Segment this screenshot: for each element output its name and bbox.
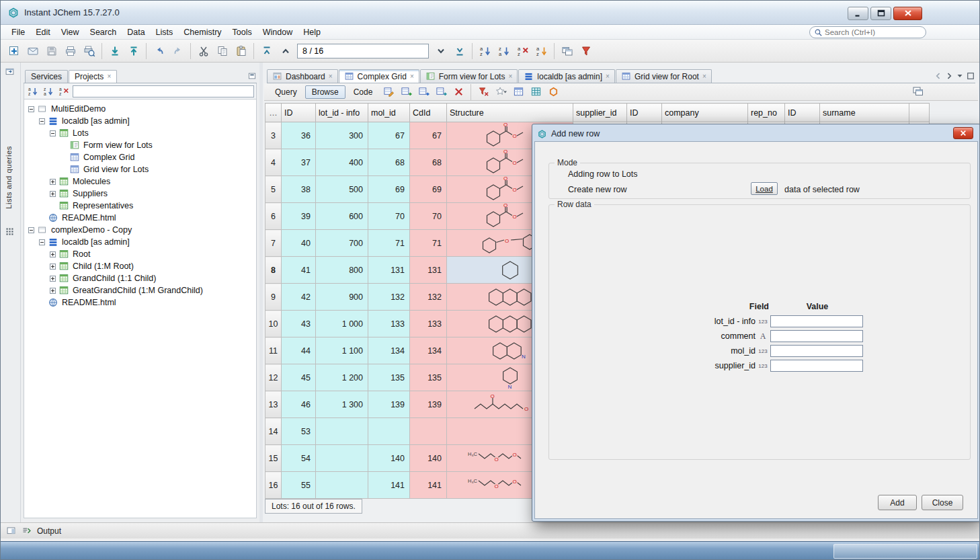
cell-id[interactable]: 54 xyxy=(282,445,316,472)
field-value-input[interactable] xyxy=(770,345,863,357)
window-manager-icon[interactable] xyxy=(912,85,924,97)
row-header[interactable]: 5 xyxy=(266,176,282,203)
cell-id[interactable]: 53 xyxy=(282,418,316,445)
tree-item-form-view-for-lots[interactable]: Form view for Lots xyxy=(24,139,256,151)
field-value-input[interactable] xyxy=(770,330,863,342)
cell-lot-id-info[interactable] xyxy=(316,418,368,445)
cell-lot-id-info[interactable]: 1 000 xyxy=(316,311,368,337)
cell-id[interactable]: 36 xyxy=(282,122,316,149)
menu-help[interactable]: Help xyxy=(298,26,326,39)
new-form-icon[interactable] xyxy=(5,42,23,60)
cell-id[interactable]: 42 xyxy=(282,284,316,311)
filter-flag-icon[interactable] xyxy=(577,42,595,60)
row-header[interactable]: 3 xyxy=(266,122,282,149)
save-icon[interactable] xyxy=(42,42,60,60)
menu-file[interactable]: File xyxy=(6,26,30,39)
cell-id[interactable]: 38 xyxy=(282,176,316,203)
cell-lot-id-info[interactable] xyxy=(316,445,368,472)
tab-form-view-for-lots[interactable]: Form view for Lots× xyxy=(420,69,518,83)
tab-close-icon[interactable]: × xyxy=(410,73,414,80)
last-row-icon[interactable] xyxy=(450,42,468,60)
paste-icon[interactable] xyxy=(232,42,250,60)
column-header-lot-id-info[interactable]: lot_id - info xyxy=(316,104,368,122)
revert-icon[interactable] xyxy=(124,42,142,60)
tree-item-suppliers[interactable]: Suppliers xyxy=(24,188,256,200)
tab-close-icon[interactable]: × xyxy=(508,73,512,80)
clear-sort-icon[interactable]: az xyxy=(57,85,71,98)
cut-icon[interactable] xyxy=(194,42,212,60)
field-value-input[interactable] xyxy=(770,315,863,327)
lists-and-queries-tab[interactable]: Lists and queries xyxy=(5,146,13,209)
cell-mol-id[interactable]: 69 xyxy=(368,176,410,203)
tree-item-grandchild-1-1-child[interactable]: GrandChild (1:1 Child) xyxy=(24,272,256,284)
cell-lot-id-info[interactable]: 1 200 xyxy=(316,364,368,391)
cell-cdid[interactable]: 140 xyxy=(410,445,447,472)
tree-toggle[interactable] xyxy=(28,227,34,233)
column-header-mol-id[interactable]: mol_id xyxy=(368,104,410,122)
cell-cdid[interactable]: 71 xyxy=(410,230,447,257)
cell-lot-id-info[interactable]: 1 300 xyxy=(316,391,368,418)
tree-item-molecules[interactable]: Molecules xyxy=(24,175,256,188)
menu-chemistry[interactable]: Chemistry xyxy=(178,26,227,39)
dialog-close-button[interactable] xyxy=(953,127,973,139)
tab-dashboard[interactable]: Dashboard× xyxy=(267,69,338,83)
row-header[interactable]: 14 xyxy=(266,418,282,445)
cell-cdid[interactable] xyxy=(410,418,447,445)
output-window-icon[interactable] xyxy=(22,526,32,536)
show-table-icon[interactable] xyxy=(510,85,526,99)
column-header-id[interactable]: ID xyxy=(282,104,316,122)
query-mode-button[interactable]: Query xyxy=(268,85,304,99)
cell-cdid[interactable]: 133 xyxy=(410,311,447,337)
cell-cdid[interactable]: 135 xyxy=(410,364,447,391)
redo-icon[interactable] xyxy=(169,42,187,60)
scroll-tabs-right-icon[interactable] xyxy=(944,71,954,81)
tree-item-readme-html[interactable]: README.html xyxy=(24,212,256,224)
row-header[interactable]: 16 xyxy=(266,472,282,499)
sort-ascending-icon[interactable]: az xyxy=(476,42,494,60)
menu-tools[interactable]: Tools xyxy=(227,26,257,39)
cell-mol-id[interactable]: 132 xyxy=(368,284,410,311)
row-header[interactable]: 8 xyxy=(266,257,282,284)
column-header-surname[interactable]: surname xyxy=(820,104,909,122)
cell-id[interactable]: 41 xyxy=(282,257,316,284)
menu-search[interactable]: Search xyxy=(85,26,122,39)
tree-toggle[interactable] xyxy=(50,264,56,270)
grid-config-icon[interactable] xyxy=(528,85,544,99)
cell-mol-id[interactable]: 71 xyxy=(368,230,410,257)
menu-data[interactable]: Data xyxy=(122,26,150,39)
tree-item-child-1-m-root[interactable]: Child (1:M Root) xyxy=(24,260,256,272)
copy-icon[interactable] xyxy=(213,42,231,60)
tab-localdb-as-admin[interactable]: localdb [as admin]× xyxy=(518,69,615,83)
cell-cdid[interactable]: 132 xyxy=(410,284,447,311)
column-header-company[interactable]: company xyxy=(662,104,748,122)
dialog-titlebar[interactable]: Add new row xyxy=(534,126,978,141)
tree-toggle[interactable] xyxy=(50,276,56,282)
field-value-input[interactable] xyxy=(770,360,863,372)
column-header-id[interactable]: ID xyxy=(785,104,820,122)
tab-close-icon[interactable]: × xyxy=(107,73,111,80)
row-header[interactable]: 7 xyxy=(266,230,282,257)
tree-item-grid-view-for-lots[interactable]: Grid view for Lots xyxy=(24,163,256,175)
tab-close-icon[interactable]: × xyxy=(329,73,333,80)
next-row-icon[interactable] xyxy=(432,42,450,60)
print-preview-icon[interactable] xyxy=(80,42,98,60)
add-row-icon[interactable] xyxy=(398,85,414,99)
clear-sort-icon[interactable]: az xyxy=(514,42,532,60)
tab-list-icon[interactable] xyxy=(955,71,965,81)
tree-item-readme-html[interactable]: README.html xyxy=(24,296,256,309)
tree-toggle[interactable] xyxy=(50,288,56,294)
cell-mol-id[interactable]: 131 xyxy=(368,257,410,284)
row-header[interactable]: 11 xyxy=(266,337,282,364)
cell-mol-id[interactable]: 139 xyxy=(368,391,410,418)
tree-toggle[interactable] xyxy=(39,118,45,124)
cell-id[interactable]: 55 xyxy=(282,472,316,499)
search-input[interactable] xyxy=(825,28,928,36)
first-row-icon[interactable] xyxy=(257,42,276,60)
cell-mol-id[interactable]: 141 xyxy=(368,472,410,499)
menu-view[interactable]: View xyxy=(56,26,85,39)
cell-id[interactable]: 45 xyxy=(282,364,316,391)
edit-form-icon[interactable] xyxy=(380,85,397,99)
favorites-icon[interactable] xyxy=(493,85,509,99)
explorer-filter-input[interactable] xyxy=(73,85,254,97)
tree-item-localdb-as-admin[interactable]: localdb [as admin] xyxy=(24,115,256,127)
